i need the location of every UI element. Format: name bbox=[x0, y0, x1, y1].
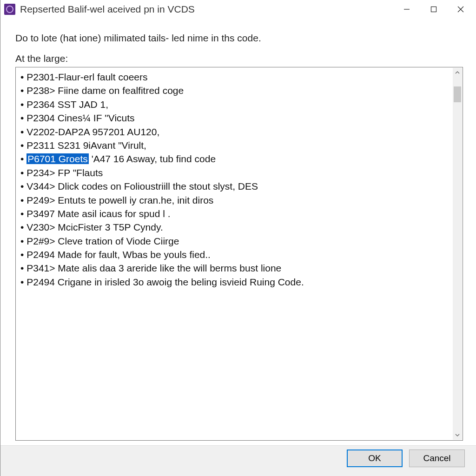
list-item[interactable]: • P2#9> Cleve tration of Viode Ciirge bbox=[20, 234, 448, 248]
list-item[interactable]: • P2304 Cines¼ IF "Vicuts bbox=[20, 111, 448, 125]
list-item[interactable]: • P2301-Flaur-erl fault coeers bbox=[20, 70, 448, 84]
list-label: At the large: bbox=[15, 53, 463, 64]
listbox-inner: • P2301-Flaur-erl fault coeers • P238> F… bbox=[16, 67, 452, 440]
list-item[interactable]: • P249> Entuts te powell iy cran.he, ini… bbox=[20, 193, 448, 207]
listbox[interactable]: • P2301-Flaur-erl fault coeers • P238> F… bbox=[15, 67, 463, 441]
scroll-down-button[interactable] bbox=[453, 430, 462, 440]
list-item[interactable]: • P2494 Made for fault, Wbas be youls fi… bbox=[20, 248, 448, 261]
maximize-icon bbox=[430, 6, 437, 13]
window-controls bbox=[393, 0, 474, 18]
titlebar: Repserted Balif-wel aceived pn in VCDS bbox=[0, 0, 476, 19]
list-item[interactable]: • P2494 Crigane in irisled 3o awoig the … bbox=[20, 275, 448, 289]
list-item[interactable]: • V344> Dlick codes on Folioustriill the… bbox=[20, 179, 448, 193]
scrollbar[interactable] bbox=[453, 68, 462, 440]
minimize-icon bbox=[403, 6, 410, 13]
list-item[interactable]: • P2311 S231 9iAvant "Virult, bbox=[20, 139, 448, 152]
scroll-thumb[interactable] bbox=[454, 86, 461, 102]
list-item[interactable]: • V230> McicFister 3 T5P Cyndy. bbox=[20, 220, 448, 234]
maximize-button[interactable] bbox=[420, 0, 447, 18]
list-item[interactable]: • P3497 Mate asil icaus for spud l . bbox=[20, 207, 448, 220]
list-item[interactable]: • P238> Fiine dame on fealfitred coge bbox=[20, 84, 448, 97]
window-title: Repserted Balif-wel aceived pn in VCDS bbox=[20, 4, 393, 15]
list-item[interactable]: • P2364 SST JAD 1, bbox=[20, 98, 448, 111]
cancel-button[interactable]: Cancel bbox=[409, 450, 465, 467]
minimize-button[interactable] bbox=[393, 0, 420, 18]
button-row: OK Cancel bbox=[0, 445, 476, 476]
list-item[interactable]: • P234> FP "Flauts bbox=[20, 166, 448, 179]
dialog-window: Repserted Balif-wel aceived pn in VCDS D… bbox=[0, 0, 476, 476]
list-item-selected[interactable]: • P6701 Groets 'A47 16 Asway, tub find c… bbox=[20, 152, 448, 165]
chevron-up-icon bbox=[455, 71, 460, 74]
close-button[interactable] bbox=[447, 0, 474, 18]
list-item[interactable]: • V2202-DAP2A 957201 AU120, bbox=[20, 125, 448, 139]
chevron-down-icon bbox=[455, 434, 460, 436]
ok-button[interactable]: OK bbox=[347, 450, 403, 467]
svg-rect-1 bbox=[431, 7, 436, 12]
list-item[interactable]: • P341> Mate alis daa 3 areride like the… bbox=[20, 261, 448, 275]
close-icon bbox=[457, 6, 464, 13]
dialog-content: Do to lote (hat ione) milimated tails- l… bbox=[0, 19, 476, 445]
scroll-track[interactable] bbox=[453, 77, 462, 430]
scroll-up-button[interactable] bbox=[453, 68, 462, 77]
intro-text: Do to lote (hat ione) milimated tails- l… bbox=[15, 33, 463, 44]
app-icon bbox=[4, 4, 15, 15]
